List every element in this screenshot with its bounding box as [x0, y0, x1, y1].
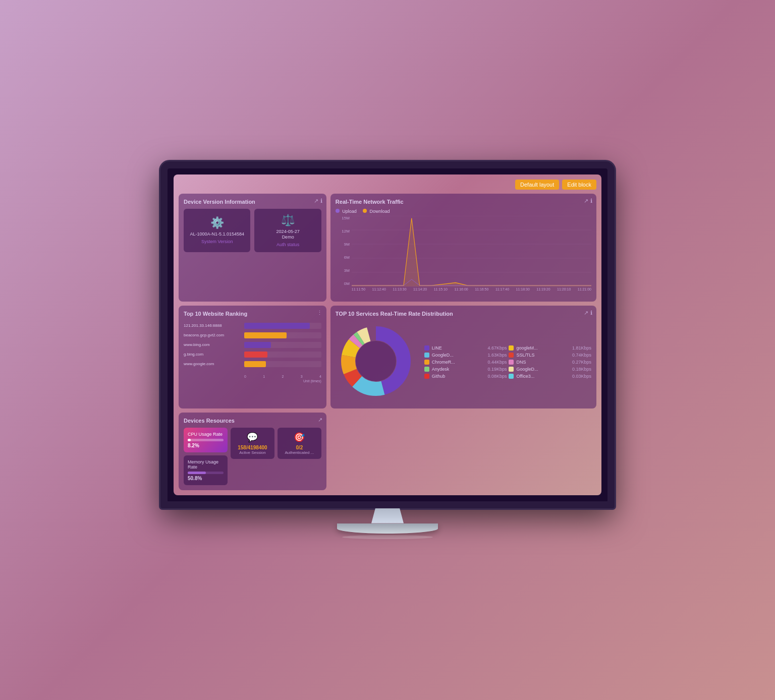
- auth-value: 0/2: [296, 445, 303, 450]
- cpu-bar-bg: [188, 439, 224, 441]
- cpu-title: CPU Usage Rate: [188, 432, 224, 437]
- bar-label-2: beacons.gcp.gvt2.com: [184, 333, 244, 337]
- dns-color: [509, 360, 514, 365]
- bar-axis: 0 1 2 3 4: [184, 375, 321, 378]
- bar-label-1: 121.201.33.146:8888: [184, 323, 244, 328]
- svg-point-15: [356, 341, 396, 381]
- authenticated-box: 🎯 0/2 Authenticated ...: [278, 428, 321, 459]
- monitor-screen: Default layout Edit block Device Version…: [160, 161, 615, 508]
- legend-chromer: ChromeR... 0.44Kbps: [424, 360, 507, 365]
- resources-icons: ↗: [318, 417, 322, 423]
- bar-row-5: www.google.com: [184, 361, 321, 367]
- bar-track-5: [244, 361, 321, 367]
- auth-resource-icon: 🎯: [294, 432, 305, 443]
- chart-y-labels: 15M 12M 9M 6M 3M 0M: [336, 216, 350, 286]
- auth-text: Demo: [282, 235, 294, 241]
- legend-dns: DNS 0.27Kbps: [509, 360, 591, 365]
- legend-list: LINE 4.67Kbps googleM... 1.81Kbps Google…: [424, 345, 591, 379]
- network-info-icon[interactable]: ℹ: [590, 198, 592, 204]
- auth-date: 2024-05-27: [276, 229, 300, 235]
- bar-fill-4: [244, 352, 267, 358]
- active-session-box: 💬 158/4198400 Active Session: [231, 428, 274, 459]
- donut-chart: [336, 321, 416, 403]
- network-title: Real-Time Network Traffic: [336, 199, 591, 205]
- memory-bar-bg: [188, 472, 224, 474]
- legend-ssl: SSL/TLS 0.74Kbps: [509, 353, 591, 358]
- chromer-color: [424, 360, 429, 365]
- bar-row-1: 121.201.33.146:8888: [184, 323, 321, 329]
- upload-legend-dot: [336, 209, 340, 213]
- services-info-icon[interactable]: ℹ: [590, 310, 592, 316]
- memory-usage-box: Memory Usage Rate 50.8%: [184, 455, 228, 485]
- memory-title: Memory Usage Rate: [188, 459, 224, 470]
- donut-svg: [336, 321, 416, 401]
- bar-track-3: [244, 342, 321, 348]
- bar-fill-1: [244, 323, 310, 329]
- bar-fill-3: [244, 342, 271, 348]
- chart-x-labels: 11:11:50 11:12:40 11:13:30 11:14:20 11:1…: [352, 287, 591, 297]
- network-traffic-card: Real-Time Network Traffic ↗ ℹ Upload Dow…: [330, 194, 596, 302]
- office-color: [509, 374, 514, 379]
- info-icon[interactable]: ℹ: [320, 198, 322, 204]
- bar-fill-5: [244, 361, 266, 367]
- bar-label-5: www.google.com: [184, 362, 244, 366]
- ranking-icons: ⋮: [317, 310, 322, 316]
- auth-resource-label: Authenticated ...: [285, 450, 314, 455]
- device-version-card: Device Version Information ↗ ℹ ⚙️ AL-100…: [179, 194, 326, 302]
- line-color: [424, 345, 429, 351]
- edit-block-button[interactable]: Edit block: [562, 180, 596, 190]
- upload-legend: Upload: [336, 209, 357, 214]
- external-link-icon[interactable]: ↗: [314, 198, 318, 204]
- memory-bar-fill: [188, 472, 206, 474]
- googlem-color: [509, 345, 514, 351]
- dashboard-grid: Device Version Information ↗ ℹ ⚙️ AL-100…: [179, 194, 596, 490]
- download-legend-dot: [363, 209, 367, 213]
- auth-icon: ⚖️: [281, 214, 295, 227]
- resources-external-icon[interactable]: ↗: [318, 417, 322, 423]
- cpu-value: 8.2%: [188, 443, 224, 448]
- network-chart-area: 15M 12M 9M 6M 3M 0M: [336, 216, 591, 297]
- session-value: 158/4198400: [238, 445, 267, 450]
- monitor-base-reflection: [342, 535, 433, 539]
- legend-anydesk: Anydesk 0.19Kbps: [424, 367, 507, 372]
- system-label[interactable]: System Version: [201, 239, 233, 244]
- legend-office: Office3... 0.03Kbps: [509, 374, 591, 379]
- bar-row-4: g.bing.com: [184, 352, 321, 358]
- legend-line: LINE 4.67Kbps: [424, 345, 507, 351]
- legend-googled: GoogleD... 1.63Kbps: [424, 353, 507, 358]
- network-external-icon[interactable]: ↗: [584, 198, 588, 204]
- download-legend-label: Download: [369, 209, 390, 214]
- auth-label[interactable]: Auth status: [276, 242, 299, 247]
- device-version-title: Device Version Information: [184, 199, 321, 205]
- cpu-usage-box: CPU Usage Rate 8.2%: [184, 428, 228, 452]
- network-icons: ↗ ℹ: [584, 198, 592, 204]
- monitor-neck: [367, 508, 408, 523]
- services-title: TOP 10 Services Real-Time Rate Distribut…: [336, 311, 591, 317]
- bar-row-2: beacons.gcp.gvt2.com: [184, 332, 321, 338]
- default-layout-button[interactable]: Default layout: [515, 180, 559, 190]
- devices-resources-card: Devices Resources ↗ CPU Usage Rate 8.2%: [179, 413, 326, 490]
- services-content: LINE 4.67Kbps googleM... 1.81Kbps Google…: [336, 321, 591, 403]
- device-version-icons: ↗ ℹ: [314, 198, 322, 204]
- monitor-base: [337, 523, 438, 534]
- services-distribution-card: TOP 10 Services Real-Time Rate Distribut…: [330, 306, 596, 409]
- chart-svg-container: [352, 216, 591, 286]
- website-ranking-title: Top 10 Website Ranking: [184, 311, 321, 317]
- chart-legend: Upload Download: [336, 209, 591, 214]
- bar-row-3: www.bing.com: [184, 342, 321, 348]
- auth-status-box: ⚖️ 2024-05-27 Demo Auth status: [254, 209, 321, 252]
- toolbar: Default layout Edit block: [179, 180, 596, 190]
- resources-grid: CPU Usage Rate 8.2% Memory Usage Rate: [184, 428, 321, 485]
- axis-unit: Unit (times): [184, 379, 321, 383]
- memory-value: 50.8%: [188, 476, 224, 481]
- anydesk-color: [424, 367, 429, 372]
- download-legend: Download: [363, 209, 390, 214]
- legend-googled2: GoogleD... 0.18Kbps: [509, 367, 591, 372]
- ranking-info-icon[interactable]: ⋮: [317, 310, 322, 316]
- legend-github: Github 0.08Kbps: [424, 374, 507, 379]
- bar-track-2: [244, 332, 321, 338]
- monitor-bezel: Default layout Edit block Device Version…: [174, 174, 601, 495]
- session-label: Active Session: [239, 450, 265, 455]
- cpu-bar-fill: [188, 439, 191, 441]
- services-external-icon[interactable]: ↗: [584, 310, 588, 316]
